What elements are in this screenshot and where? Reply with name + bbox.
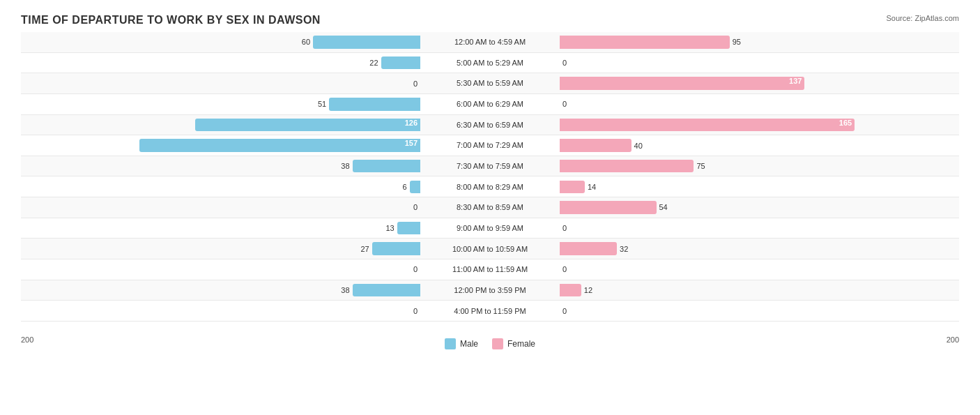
bar-male: 13 <box>397 222 420 235</box>
axis-label-right: 200 <box>947 335 959 344</box>
right-side: 12 <box>560 280 917 301</box>
bar-row: 157 7:00 AM to 7:29 AM 40 <box>21 135 959 156</box>
left-side: 22 <box>63 53 420 73</box>
time-label: 9:00 AM to 9:59 AM <box>420 223 560 233</box>
legend-item-male: Male <box>445 338 478 349</box>
bars-container: 0 8:30 AM to 8:59 AM 54 <box>63 197 917 218</box>
bars-container: 13 9:00 AM to 9:59 AM 0 <box>63 218 917 239</box>
bar-female: 12 <box>560 284 581 297</box>
legend-female-label: Female <box>507 339 535 349</box>
male-value: 38 <box>341 162 349 170</box>
female-value-zero: 0 <box>562 224 567 232</box>
female-value-zero: 0 <box>562 100 567 108</box>
left-side: 60 <box>63 32 420 52</box>
bar-female: 40 <box>560 139 631 152</box>
right-side: 165 <box>560 115 917 135</box>
right-side: 0 <box>560 53 917 73</box>
legend-female-box <box>492 338 503 349</box>
female-value: 95 <box>733 38 741 46</box>
bars-container: 157 7:00 AM to 7:29 AM 40 <box>63 135 917 156</box>
male-value: 38 <box>341 286 349 294</box>
bar-female: 54 <box>560 201 657 214</box>
right-side: 40 <box>560 135 917 156</box>
right-side: 95 <box>560 32 917 52</box>
female-value: 14 <box>588 183 596 191</box>
female-value-zero: 0 <box>562 307 567 315</box>
female-value-inside: 165 <box>839 119 852 127</box>
bar-female: 137 <box>560 77 804 90</box>
bar-row: 38 7:30 AM to 7:59 AM 75 <box>21 156 959 177</box>
bar-row: 51 6:00 AM to 6:29 AM 0 <box>21 94 959 115</box>
time-label: 8:00 AM to 8:29 AM <box>420 182 560 192</box>
left-side: 13 <box>63 218 420 239</box>
left-side: 6 <box>63 176 420 197</box>
time-label: 6:30 AM to 6:59 AM <box>420 120 560 130</box>
bar-male: 38 <box>353 160 420 173</box>
left-side: 27 <box>63 239 420 259</box>
bar-row: 38 12:00 PM to 3:59 PM 12 <box>21 280 959 301</box>
bars-container: 27 10:00 AM to 10:59 AM 32 <box>63 239 917 259</box>
source-text: Source: ZipAtlas.com <box>886 14 959 22</box>
female-value-inside: 137 <box>789 77 802 85</box>
male-value: 27 <box>361 245 369 253</box>
right-side: 0 <box>560 218 917 239</box>
left-side: 0 <box>63 259 420 280</box>
bars-container: 22 5:00 AM to 5:29 AM 0 <box>63 53 917 73</box>
bars-container: 126 6:30 AM to 6:59 AM 165 <box>63 115 917 135</box>
male-value-inside: 157 <box>405 139 418 147</box>
legend-male-label: Male <box>460 339 478 349</box>
right-side: 32 <box>560 239 917 259</box>
bar-row: 60 12:00 AM to 4:59 AM 95 <box>21 32 959 53</box>
right-side: 14 <box>560 176 917 197</box>
bars-container: 6 8:00 AM to 8:29 AM 14 <box>63 176 917 197</box>
left-side: 51 <box>63 94 420 114</box>
female-value-zero: 0 <box>562 265 567 273</box>
left-side: 38 <box>63 156 420 176</box>
male-value-inside: 126 <box>405 119 418 127</box>
bar-female: 165 <box>560 119 855 132</box>
female-value: 32 <box>620 245 628 253</box>
bars-container: 60 12:00 AM to 4:59 AM 95 <box>63 32 917 52</box>
legend: Male Female <box>445 338 535 349</box>
bar-row: 0 4:00 PM to 11:59 PM 0 <box>21 301 959 322</box>
bars-container: 0 5:30 AM to 5:59 AM 137 <box>63 73 917 93</box>
time-label: 11:00 AM to 11:59 AM <box>420 264 560 274</box>
female-value: 75 <box>696 162 705 170</box>
bars-container: 38 7:30 AM to 7:59 AM 75 <box>63 156 917 176</box>
female-value-zero: 0 <box>562 59 567 67</box>
right-side: 0 <box>560 301 917 321</box>
male-value: 6 <box>403 183 407 191</box>
chart-area: 60 12:00 AM to 4:59 AM 95 22 5:00 AM to … <box>21 32 959 356</box>
bar-male: 126 <box>195 119 420 132</box>
legend-male-box <box>445 338 456 349</box>
bar-row: 0 5:30 AM to 5:59 AM 137 <box>21 73 959 94</box>
female-value: 12 <box>584 286 592 294</box>
bar-female: 95 <box>560 36 730 49</box>
bar-male: 60 <box>313 36 420 49</box>
female-value: 40 <box>634 142 643 150</box>
axis-label-left: 200 <box>21 335 33 344</box>
bar-male: 27 <box>372 242 420 255</box>
bar-row: 13 9:00 AM to 9:59 AM 0 <box>21 218 959 239</box>
bar-row: 0 8:30 AM to 8:59 AM 54 <box>21 197 959 218</box>
chart-title: TIME OF DEPARTURE TO WORK BY SEX IN DAWS… <box>21 14 959 27</box>
bar-male: 157 <box>139 139 420 152</box>
male-value-zero: 0 <box>413 307 418 315</box>
male-value-zero: 0 <box>413 80 418 88</box>
male-value: 60 <box>302 38 310 46</box>
time-label: 12:00 AM to 4:59 AM <box>420 37 560 47</box>
time-label: 6:00 AM to 6:29 AM <box>420 99 560 109</box>
bar-row: 6 8:00 AM to 8:29 AM 14 <box>21 176 959 197</box>
right-side: 54 <box>560 197 917 218</box>
left-side: 0 <box>63 73 420 93</box>
left-side: 126 <box>63 115 420 135</box>
bar-row: 126 6:30 AM to 6:59 AM 165 <box>21 115 959 136</box>
left-side: 38 <box>63 280 420 301</box>
right-side: 137 <box>560 73 917 93</box>
time-label: 4:00 PM to 11:59 PM <box>420 306 560 316</box>
male-value-zero: 0 <box>413 203 418 211</box>
bars-container: 51 6:00 AM to 6:29 AM 0 <box>63 94 917 114</box>
right-side: 0 <box>560 259 917 280</box>
bar-row: 22 5:00 AM to 5:29 AM 0 <box>21 53 959 74</box>
bar-female: 32 <box>560 242 617 255</box>
